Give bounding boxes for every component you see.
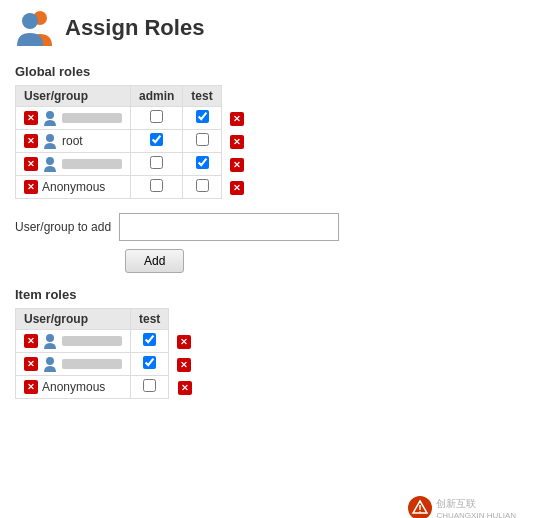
- delete-row-icon[interactable]: ✕: [230, 181, 244, 195]
- table-row: ✕ ✕: [16, 330, 200, 353]
- user-icon: [42, 156, 58, 172]
- delete-icon[interactable]: ✕: [24, 380, 38, 394]
- add-user-row: User/group to add: [15, 213, 526, 241]
- col-test-global: test: [183, 86, 221, 107]
- delete-icon[interactable]: ✕: [24, 134, 38, 148]
- add-button-row: Add: [125, 249, 526, 273]
- page-title: Assign Roles: [65, 15, 204, 41]
- item-roles-title: Item roles: [15, 287, 526, 302]
- delete-row-icon[interactable]: ✕: [177, 358, 191, 372]
- test-checkbox[interactable]: [143, 356, 156, 369]
- col-usergroup-global: User/group: [16, 86, 131, 107]
- table-row: ✕ root ✕: [16, 130, 253, 153]
- svg-point-2: [46, 111, 54, 119]
- user-icon: [42, 333, 58, 349]
- delete-icon[interactable]: ✕: [24, 180, 38, 194]
- anonymous-label: Anonymous: [42, 180, 105, 194]
- admin-checkbox[interactable]: [150, 156, 163, 169]
- svg-point-9: [420, 511, 422, 513]
- table-row: ✕ ✕: [16, 153, 253, 176]
- admin-checkbox[interactable]: [150, 179, 163, 192]
- col-actions-item: [169, 309, 200, 330]
- username-blurred: [62, 359, 122, 369]
- add-button[interactable]: Add: [125, 249, 184, 273]
- delete-icon[interactable]: ✕: [24, 357, 38, 371]
- page-header: Assign Roles: [15, 10, 526, 46]
- watermark-logo: [408, 496, 432, 518]
- col-test-item: test: [131, 309, 169, 330]
- username-blurred: [62, 113, 122, 123]
- test-checkbox[interactable]: [196, 179, 209, 192]
- svg-point-6: [46, 357, 54, 365]
- svg-point-3: [46, 134, 54, 142]
- add-user-label: User/group to add: [15, 220, 111, 234]
- username-blurred: [62, 159, 122, 169]
- item-roles-section: Item roles User/group test ✕: [15, 287, 526, 399]
- svg-point-5: [46, 334, 54, 342]
- delete-row-icon[interactable]: ✕: [178, 381, 192, 395]
- user-icon: [42, 133, 58, 149]
- col-usergroup-item: User/group: [16, 309, 131, 330]
- delete-row-icon[interactable]: ✕: [230, 135, 244, 149]
- anonymous-label: Anonymous: [42, 380, 105, 394]
- table-row: ✕ ✕: [16, 353, 200, 376]
- svg-point-1: [22, 13, 38, 29]
- delete-row-icon[interactable]: ✕: [230, 158, 244, 172]
- add-user-input[interactable]: [119, 213, 339, 241]
- test-checkbox[interactable]: [143, 333, 156, 346]
- user-icon: [42, 356, 58, 372]
- username-blurred: [62, 336, 122, 346]
- global-roles-table: User/group admin test ✕: [15, 85, 253, 199]
- table-row: ✕ Anonymous ✕: [16, 376, 200, 399]
- table-row: ✕ ✕: [16, 107, 253, 130]
- col-admin: admin: [131, 86, 183, 107]
- table-row: ✕ Anonymous ✕: [16, 176, 253, 199]
- user-icon: [42, 110, 58, 126]
- col-actions-global: [221, 86, 252, 107]
- assign-roles-icon: [15, 10, 55, 46]
- delete-icon[interactable]: ✕: [24, 334, 38, 348]
- global-roles-section: Global roles User/group admin test ✕: [15, 64, 526, 199]
- test-checkbox[interactable]: [196, 156, 209, 169]
- admin-checkbox[interactable]: [150, 133, 163, 146]
- test-checkbox[interactable]: [196, 133, 209, 146]
- delete-icon[interactable]: ✕: [24, 111, 38, 125]
- delete-row-icon[interactable]: ✕: [177, 335, 191, 349]
- delete-icon[interactable]: ✕: [24, 157, 38, 171]
- watermark-text: 创新互联 CHUANGXIN HULIAN: [436, 497, 516, 519]
- test-checkbox[interactable]: [196, 110, 209, 123]
- item-roles-table: User/group test ✕: [15, 308, 200, 399]
- admin-checkbox[interactable]: [150, 110, 163, 123]
- global-roles-title: Global roles: [15, 64, 526, 79]
- delete-row-icon[interactable]: ✕: [230, 112, 244, 126]
- username: root: [62, 134, 83, 148]
- svg-point-4: [46, 157, 54, 165]
- test-checkbox[interactable]: [143, 379, 156, 392]
- watermark: 创新互联 CHUANGXIN HULIAN: [408, 496, 516, 518]
